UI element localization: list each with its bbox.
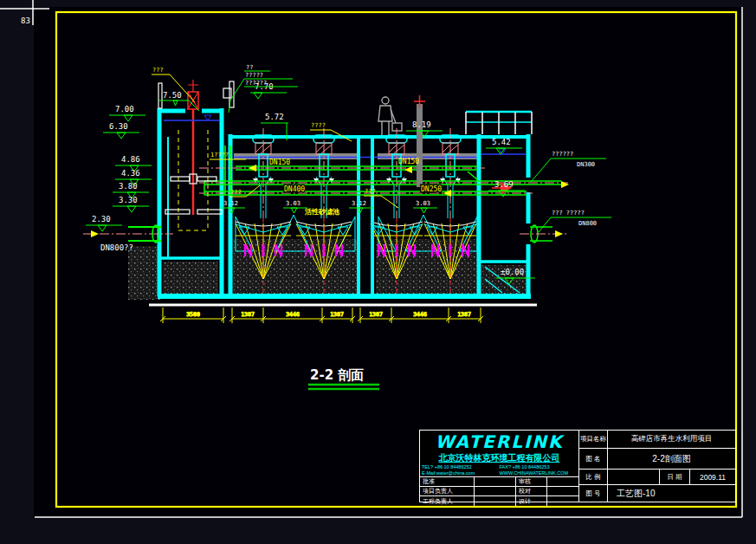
note-text: ??????: [552, 151, 573, 158]
drawing-number-value: 工艺图-10: [608, 485, 735, 502]
scale-date-row: 比 例 日 期 2009.11: [579, 470, 735, 485]
approval-label: 设计: [516, 496, 547, 506]
title-block-company-panel: WATERLINK 北京沃特林克环境工程有限公司 TEL? +86 10 844…: [420, 431, 579, 502]
title-block: WATERLINK 北京沃特林克环境工程有限公司 TEL? +86 10 844…: [419, 430, 736, 502]
approval-label: 工程负责人: [420, 496, 475, 506]
dimension-text: 1387: [457, 311, 471, 318]
drawing-name-label: 图 名: [579, 449, 608, 469]
approval-value: [547, 477, 578, 487]
cad-canvas: 7.50 7.00 6.30 4.86 4.36 3.80 3.30 2.30: [0, 0, 756, 544]
scale-value: [608, 470, 660, 484]
approval-value: [475, 487, 516, 496]
approval-label: 项目负责人: [420, 487, 475, 496]
drawing-number-label: 图 号: [579, 485, 608, 502]
elevation-text: 3.03: [416, 200, 430, 207]
date-value: 2009.11: [690, 470, 735, 484]
drawing-name-row: 图 名 2-2剖面图: [579, 449, 735, 470]
date-label: 日 期: [660, 470, 690, 484]
project-label: 项目名称: [579, 431, 608, 448]
title-block-fields-panel: 项目名称 高碑店市再生水利用项目 图 名 2-2剖面图 比 例 日 期 2009…: [579, 431, 735, 502]
project-row: 项目名称 高碑店市再生水利用项目: [579, 431, 735, 449]
approval-value: [547, 487, 578, 496]
pipe-size-label: DN400: [284, 185, 305, 193]
elevation-text: 3.69: [494, 180, 514, 189]
sheet-corner-mark: 83: [21, 16, 30, 25]
company-name: 北京沃特林克环境工程有限公司: [420, 452, 578, 463]
filter-media-label: 活性砂滤池: [304, 208, 339, 216]
elevation-text: ±0.00: [501, 268, 524, 276]
elevation-text: 3.03: [286, 200, 300, 207]
elevation-text: 5.72: [265, 113, 284, 121]
elevation-text: 2.30: [92, 215, 111, 223]
dimension-text: 3500: [186, 311, 200, 318]
approval-label: 审核: [516, 477, 547, 487]
note-text: ????: [311, 122, 326, 129]
elevation-text: 6.30: [109, 122, 128, 131]
drawing-name-value: 2-2剖面图: [608, 449, 735, 469]
approval-value: [475, 496, 516, 506]
approval-grid: 批准 审核 项目负责人 校对 工程负责人 设计: [420, 477, 578, 506]
contact-web: WWW.CHINAWATERLINK.COM: [500, 470, 578, 476]
pipe-size-label: DN800: [578, 220, 597, 227]
approval-value: [475, 477, 516, 487]
drawing-number-row: 图 号 工艺图-10: [579, 485, 735, 502]
approval-value: [547, 496, 578, 506]
gray-riser-pipe: [417, 104, 423, 187]
note-text: ???: [230, 189, 242, 196]
note-text: ??????: [245, 80, 267, 87]
elevation-text: 4.86: [121, 155, 140, 164]
company-contact: TEL? +86 10 84486252 FAX? +86 10 8448625…: [420, 463, 578, 477]
contact-tel: TEL? +86 10 84486252: [422, 464, 500, 470]
section-title-text: 2-2 剖面: [310, 367, 364, 383]
pipe-size-label: DN150: [398, 158, 419, 165]
elevation-text: 3.80: [119, 182, 138, 191]
note-text: ??: [246, 64, 253, 71]
note-text: ???: [152, 67, 164, 74]
elevation-text: 4.36: [121, 169, 140, 178]
dimension-text: 1387: [369, 311, 383, 318]
approval-label: 校对: [516, 487, 547, 496]
dimension-text: 1387: [330, 311, 344, 318]
note-text: 1????: [210, 152, 229, 159]
elevation-text: 5.42: [492, 138, 511, 146]
elevation-text: 3.30: [119, 196, 138, 204]
project-value: 高碑店市再生水利用项目: [608, 431, 735, 448]
elevation-text: 7.50: [163, 91, 182, 100]
dimension-text: 1387: [241, 311, 255, 318]
elevation-text: 3.12: [223, 200, 238, 207]
pipe-size-label: DN300: [577, 161, 595, 168]
elevation-text: 8.19: [412, 120, 431, 129]
pipe-size-label: DN150: [269, 159, 290, 166]
elevation-text: 3.12: [352, 200, 366, 207]
contact-email: E-Mail:water@china.com: [422, 470, 500, 476]
elevation-text: 7.00: [115, 105, 134, 113]
pipe-size-label: DN250: [421, 185, 442, 193]
approval-label: 批准: [420, 477, 475, 487]
dimension-text: 3446: [286, 311, 300, 318]
dimension-text: 3446: [413, 311, 427, 318]
contact-fax: FAX? +86 10 84486253: [500, 464, 578, 470]
note-text: ??? ?????: [552, 210, 585, 217]
note-text: ?????: [245, 72, 263, 79]
company-logo: WATERLINK: [420, 431, 578, 452]
scale-label: 比 例: [579, 470, 608, 484]
pipe-size-label: DN800??: [100, 243, 133, 252]
note-text: ???: [365, 188, 376, 195]
